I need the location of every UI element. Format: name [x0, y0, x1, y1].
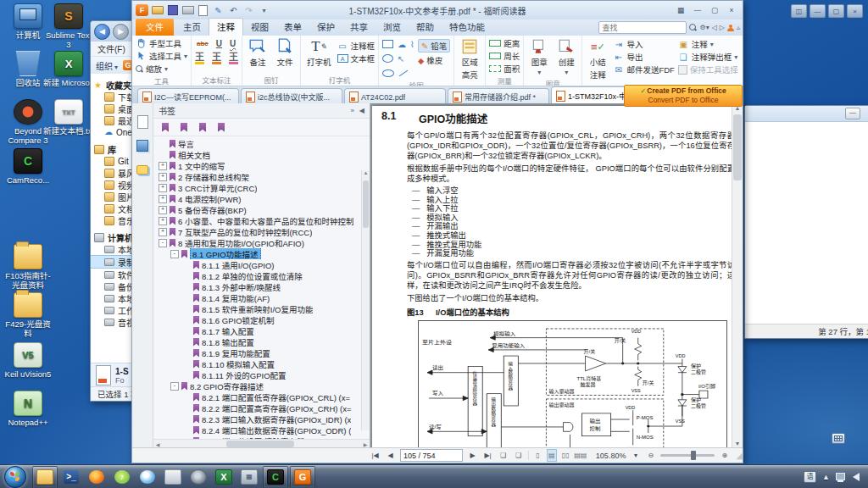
close-button[interactable]: × — [724, 4, 739, 16]
select-tool-button[interactable]: 选择工具▾ — [136, 50, 187, 62]
bookmark-tree-item[interactable]: - 8.2 GPIO寄存器描述 — [153, 380, 370, 391]
expander-icon[interactable]: + — [159, 162, 167, 170]
comments-button[interactable]: ▣注释▾ — [678, 38, 738, 50]
expander-icon[interactable]: + — [159, 206, 167, 214]
continuous-facing-view-icon[interactable]: ▤▤ — [575, 449, 587, 462]
expander-icon[interactable]: + — [159, 217, 167, 225]
next-view-icon[interactable]: ▷ — [720, 24, 725, 31]
expander-icon[interactable]: + — [159, 228, 167, 236]
bookmark-tree-item[interactable]: - 8 通用和复用功能I/O(GPIO和AFIO) — [153, 237, 370, 248]
previous-page-icon[interactable]: ◀ — [385, 450, 396, 461]
continuous-view-icon[interactable]: ▤ — [547, 449, 556, 462]
import-button[interactable]: ⇥导入 — [613, 38, 674, 50]
scrollbar-thumb[interactable] — [226, 441, 294, 447]
replace-text-icon[interactable]: 王 — [229, 53, 238, 64]
save-icon[interactable] — [166, 4, 179, 16]
rectangle-icon[interactable] — [382, 40, 393, 48]
taskbar-camrecorder[interactable]: C — [263, 466, 288, 488]
zoom-out-icon[interactable]: ⊖ — [645, 450, 656, 461]
ribbon-tab-protect[interactable]: 保护 — [309, 19, 342, 36]
layout-icon[interactable]: ▦ — [673, 4, 688, 16]
bookmark-tree-item[interactable]: 8.1.11 外设的GPIO配置 — [153, 369, 370, 380]
forward-button[interactable]: ▶ — [113, 24, 129, 40]
ribbon-tab-features[interactable]: 特色功能 — [442, 19, 492, 36]
bookmark-tree-item[interactable]: 8.1.2 单独的位设置或位清除 — [153, 270, 370, 281]
create-pdf-banner[interactable]: ✓Create PDF from Office Convert PDF to O… — [624, 85, 743, 107]
customize-qat-icon[interactable]: ▾ — [258, 4, 270, 16]
ribbon-tab-view[interactable]: 视图 — [243, 19, 276, 36]
ribbon-tab-file[interactable]: 文件 — [136, 19, 174, 36]
desktop-icon-f429-folder[interactable]: F429-光盘资料 — [2, 292, 54, 338]
bookmark-tree-item[interactable]: 8.1.8 输出配置 — [153, 336, 370, 347]
bookmark-options-icon[interactable] — [218, 123, 225, 132]
highlight-icon[interactable]: 王 — [195, 53, 204, 64]
doc-tab-i2c-eeprom[interactable]: I2C—读写EEPROM(... ✕ — [137, 88, 239, 105]
ribbon-tab-share[interactable]: 共享 — [342, 19, 376, 36]
editor-content[interactable] — [745, 122, 868, 324]
doc-tab-i2c-protocol[interactable]: i2c总线协议(中文版... ✕ — [241, 88, 342, 105]
page-vertical-scrollbar[interactable]: ▲ ▼ — [732, 103, 743, 448]
summarize-comments-button[interactable]: ≡✓小结注释 — [586, 37, 609, 81]
file-attachment-button[interactable]: 文件 — [273, 37, 297, 69]
ime-keyboard-icon[interactable] — [832, 433, 845, 444]
doc-tab-memory-intro[interactable]: 常用存储器介绍.pdf * ✕ — [448, 88, 549, 105]
bookmark-tree-item[interactable]: + 6 小容量、中容量和大容量产品的复位和时钟控制 — [153, 215, 370, 226]
expander-icon[interactable]: - — [170, 250, 179, 258]
menu-file[interactable]: 文件(F) — [97, 42, 125, 55]
zoom-tool-button[interactable]: 缩放▾ — [136, 63, 187, 75]
bookmark-tree-item[interactable]: + 5 备份寄存器(BKP) — [153, 204, 370, 215]
doc-tab-at24c02[interactable]: AT24C02.pdf ✕ — [344, 88, 446, 105]
ribbon-tab-help[interactable]: 帮助 — [409, 19, 442, 36]
collapse-panel-icon[interactable]: ◀ — [359, 107, 364, 114]
restore-button[interactable]: ▢ — [707, 4, 722, 16]
line-icon[interactable] — [399, 69, 408, 76]
prev-view-icon[interactable]: ◁ — [712, 24, 717, 31]
bookmark-tree-item[interactable]: 8.1.10 模拟输入配置 — [153, 358, 370, 369]
next-view-icon[interactable]: ❏ — [513, 450, 524, 461]
volume-icon[interactable] — [853, 473, 860, 481]
next-page-icon[interactable]: ▶ — [467, 450, 478, 461]
minimize-icon[interactable]: — — [810, 4, 826, 18]
taskbar-firefox[interactable] — [85, 467, 108, 487]
area-highlight-button[interactable]: 区域高亮 — [458, 37, 481, 81]
search-input[interactable] — [598, 21, 687, 34]
panes-icon[interactable]: ◫ — [791, 4, 807, 18]
comment-popup-button[interactable]: ❑注释弹出框▾ — [678, 51, 738, 63]
add-bookmark-icon[interactable] — [181, 123, 187, 132]
arrow-icon[interactable]: ↖ — [398, 54, 404, 64]
taskbar-calculator[interactable]: ▦ — [237, 467, 261, 487]
print-icon[interactable] — [181, 4, 194, 16]
keep-tool-selected-checkbox[interactable]: 保持工具选择 — [678, 64, 738, 75]
note-button[interactable]: 备注 — [246, 37, 270, 69]
bookmark-tree-item[interactable]: 导言 — [153, 138, 370, 149]
eraser-button[interactable]: ◆橡皮 — [418, 54, 450, 66]
export-button[interactable]: ⇤导出 — [613, 51, 674, 63]
bookmark-tree-item[interactable]: 8.1.1 通用I/O(GPIO) — [153, 259, 370, 270]
taskbar-browser[interactable] — [136, 467, 159, 487]
expander-icon[interactable]: + — [159, 173, 167, 181]
bookmark-tree-item[interactable]: 8.1.5 软件重新映射I/O复用功能 — [153, 303, 370, 314]
previous-view-icon[interactable]: ❏ — [498, 450, 509, 461]
redo-icon[interactable]: ↷ — [242, 4, 255, 16]
area-highlight-icon[interactable]: 王 — [212, 53, 221, 64]
minimize-button[interactable]: — — [845, 108, 860, 119]
taskbar-powershell[interactable]: >_ — [59, 467, 83, 487]
distance-button[interactable]: 距离 — [489, 37, 520, 49]
bookmark-tree-item[interactable]: 8.1.9 复用功能配置 — [153, 347, 370, 358]
bookmarks-vertical-scrollbar[interactable]: ▲ — [361, 170, 370, 430]
bookmark-tree-item[interactable]: + 2 存储器和总线构架 — [153, 171, 370, 182]
typewriter-button[interactable]: T✎打字机 — [304, 37, 334, 69]
taskbar-webcam[interactable] — [186, 467, 210, 487]
single-page-view-icon[interactable]: ▯ — [533, 449, 542, 462]
account-icon[interactable] — [727, 25, 734, 31]
expander-icon[interactable]: + — [159, 195, 167, 203]
email-fdf-button[interactable]: ✉邮件发送FDF — [613, 64, 674, 75]
callout-button[interactable]: ▭注释框 — [337, 40, 376, 52]
squiggly-underline-icon[interactable]: U — [230, 39, 236, 48]
bookmark-tree-item[interactable]: - 8.1 GPIO功能描述 — [153, 248, 370, 259]
taskbar-excel[interactable]: X — [212, 467, 236, 487]
last-page-icon[interactable]: ▶| — [482, 450, 493, 461]
layers-panel-icon[interactable] — [136, 139, 149, 152]
taskbar-notes[interactable] — [161, 467, 185, 487]
expand-all-icon[interactable]: » — [350, 107, 353, 114]
